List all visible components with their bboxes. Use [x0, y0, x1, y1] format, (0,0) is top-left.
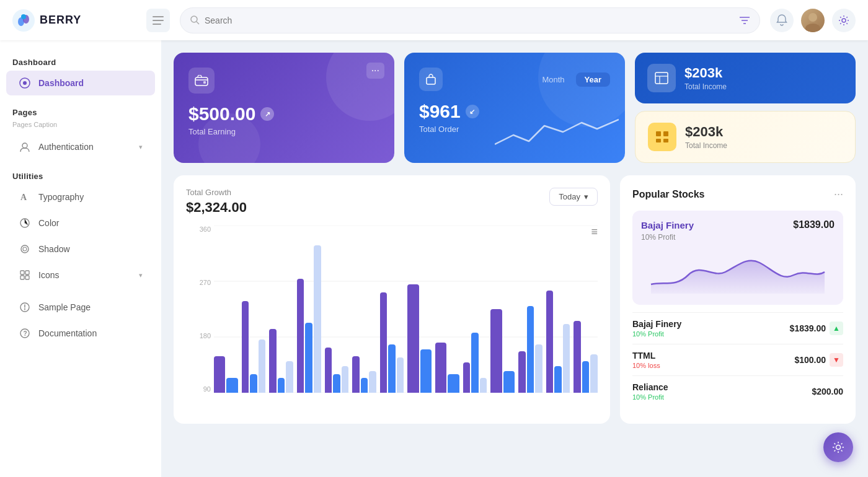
search-input[interactable] [205, 15, 735, 25]
svg-rect-32 [655, 72, 668, 84]
bajaj-featured-price: $1839.00 [793, 219, 835, 230]
logo: BERRY [12, 9, 136, 32]
ttml-loss: 10% loss [632, 362, 660, 369]
auth-label: Authentication [38, 142, 94, 152]
svg-point-16 [23, 81, 27, 85]
svg-rect-5 [153, 20, 164, 21]
svg-point-17 [22, 143, 27, 148]
svg-text:?: ? [24, 330, 27, 337]
documentation-icon: ? [19, 327, 31, 339]
today-filter-button[interactable]: Today ▾ [549, 188, 598, 206]
bar-light [535, 344, 542, 393]
bar-purple [214, 356, 225, 393]
sidebar-item-documentation[interactable]: ? Documentation [6, 321, 155, 346]
svg-rect-30 [203, 81, 206, 84]
bar-light [590, 354, 598, 393]
ttml-trend-badge: ▼ [830, 353, 843, 367]
notification-button[interactable] [770, 9, 794, 32]
order-card: Month Year $961 ↙ Total Order [404, 53, 625, 163]
bar-purple [380, 292, 388, 393]
bar-purple [407, 284, 418, 393]
ttml-price: $100.00 [794, 355, 826, 365]
year-tab-button[interactable]: Year [576, 72, 610, 87]
svg-rect-22 [20, 271, 24, 274]
fab-gear-icon [832, 441, 844, 453]
bag-icon [425, 73, 437, 85]
month-tab-button[interactable]: Month [533, 72, 573, 87]
ttml-name: TTML [632, 351, 660, 361]
stocks-header: Popular Stocks ··· [632, 188, 843, 201]
order-trend-badge: ↙ [466, 105, 479, 118]
income-blue-icon [647, 64, 676, 92]
y-label-270: 270 [186, 279, 211, 286]
earning-more-button[interactable]: ··· [366, 63, 384, 79]
stock-item-ttml: TTML 10% loss $100.00 ▼ [632, 344, 843, 375]
bar-blue [527, 306, 534, 393]
y-label-360: 360 [186, 225, 211, 233]
svg-rect-31 [427, 77, 435, 84]
bajaj-profit: 10% Profit [632, 330, 681, 338]
order-tab-buttons: Month Year [533, 72, 610, 87]
bar-group-8 [407, 225, 432, 393]
order-icon-box [419, 68, 443, 91]
bar-blue [582, 361, 590, 393]
bar-purple [463, 362, 471, 393]
bar-blue [278, 378, 285, 393]
bajaj-chart [641, 244, 835, 294]
svg-rect-35 [656, 131, 661, 136]
bar-purple [546, 291, 554, 393]
bell-icon [776, 14, 787, 26]
bars-container [214, 225, 598, 393]
bar-light [342, 366, 349, 393]
ttml-right: $100.00 ▼ [794, 353, 843, 367]
svg-point-7 [191, 16, 197, 22]
typography-icon: A [19, 191, 31, 203]
growth-title-area: Total Growth $2,324.00 [186, 188, 247, 216]
svg-rect-4 [153, 16, 164, 17]
growth-header: Total Growth $2,324.00 Today ▾ [186, 188, 598, 216]
fab-settings-button[interactable] [823, 432, 853, 462]
bar-purple [242, 301, 249, 393]
reliance-price: $200.00 [812, 387, 843, 396]
bottom-row: Total Growth $2,324.00 Today ▾ ≡ 360 270… [174, 175, 856, 424]
svg-text:A: A [20, 193, 27, 202]
app-name: BERRY [40, 14, 81, 27]
settings-button[interactable] [832, 9, 856, 32]
shadow-label: Shadow [38, 244, 70, 254]
bar-purple [518, 351, 526, 393]
sidebar-item-shadow[interactable]: Shadow [6, 237, 155, 261]
right-income-cards: $203k Total Income $203k [635, 53, 856, 163]
sidebar-item-color[interactable]: Color [6, 211, 155, 235]
sidebar-item-dashboard[interactable]: Dashboard [6, 71, 155, 95]
stocks-more-button[interactable]: ··· [834, 188, 843, 201]
bar-group-4 [297, 225, 321, 393]
svg-rect-37 [656, 139, 661, 142]
utilities-section: Utilities A Typography Color [0, 167, 161, 287]
dashboard-icon [19, 77, 31, 89]
sidebar-item-sample-page[interactable]: Sample Page [6, 295, 155, 320]
bar-group-6 [352, 225, 376, 393]
color-label: Color [38, 218, 59, 228]
sidebar-item-typography[interactable]: A Typography [6, 185, 155, 209]
y-label-90: 90 [186, 385, 211, 393]
bar-group-1 [214, 225, 238, 393]
bar-group-14 [574, 225, 598, 393]
hamburger-button[interactable] [146, 9, 170, 32]
icons-label: Icons [38, 270, 59, 280]
svg-point-13 [805, 24, 820, 32]
sidebar: Dashboard Dashboard Pages Pages Caption [0, 40, 161, 477]
sidebar-dashboard-label: Dashboard [38, 78, 84, 88]
shadow-icon [19, 243, 31, 255]
svg-rect-23 [25, 271, 29, 274]
svg-rect-24 [20, 276, 24, 279]
svg-rect-6 [153, 24, 161, 25]
stock-reliance-info: Reliance 10% Profit [632, 382, 668, 401]
sidebar-item-icons[interactable]: Icons ▾ [6, 263, 155, 287]
avatar[interactable] [801, 9, 825, 32]
icons-chevron-icon: ▾ [139, 271, 143, 279]
stock-bajaj-info: Bajaj Finery 10% Profit [632, 319, 681, 338]
bar-group-13 [546, 225, 570, 393]
growth-amount: $2,324.00 [186, 199, 247, 216]
featured-stock: Bajaj Finery $1839.00 10% Profit [632, 211, 843, 305]
sidebar-item-authentication[interactable]: Authentication ▾ [6, 134, 155, 159]
